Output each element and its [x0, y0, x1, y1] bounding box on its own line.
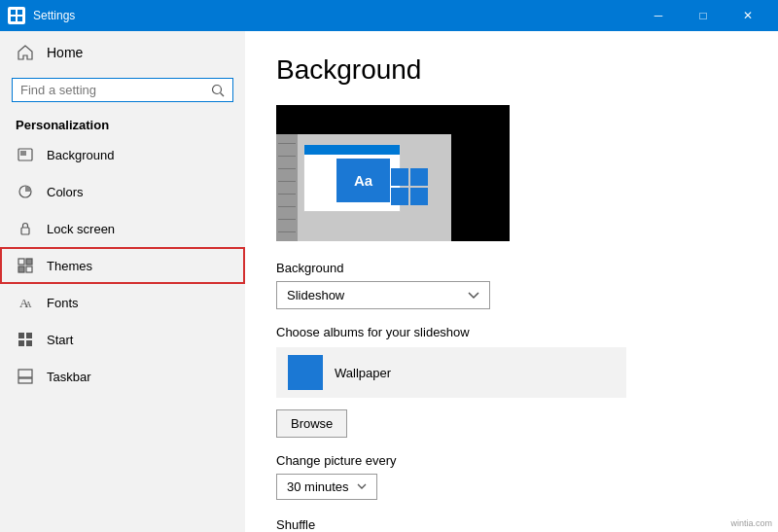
- sidebar-item-lock-screen-label: Lock screen: [47, 222, 115, 236]
- svg-rect-10: [18, 259, 24, 265]
- browse-button[interactable]: Browse: [276, 409, 347, 438]
- svg-point-4: [213, 85, 222, 93]
- preview-tiles: [391, 168, 428, 205]
- album-thumbnail: [288, 355, 323, 390]
- background-dropdown-value: Slideshow: [287, 288, 344, 302]
- titlebar: Settings ─ □ ✕: [0, 0, 778, 31]
- svg-rect-20: [18, 378, 32, 383]
- preview-aa-block: Aa: [336, 159, 390, 202]
- sidebar: Home Personalization Background: [0, 31, 245, 532]
- svg-rect-18: [18, 340, 24, 346]
- themes-icon: [16, 256, 35, 275]
- settings-app-icon: [8, 7, 25, 24]
- ruler-line-5: [278, 194, 296, 195]
- preview-ruler: [276, 134, 298, 241]
- preview-tile-2: [410, 168, 428, 186]
- ruler-line-2: [278, 156, 296, 157]
- ruler-line-1: [278, 143, 296, 144]
- home-icon: [16, 43, 35, 62]
- svg-rect-12: [18, 266, 24, 272]
- lock-icon: [16, 219, 35, 238]
- picture-every-dropdown[interactable]: 30 minutes: [276, 474, 377, 500]
- sidebar-item-colors-label: Colors: [47, 185, 84, 199]
- search-input[interactable]: [20, 83, 205, 97]
- picture-every-label: Change picture every: [276, 453, 747, 468]
- sidebar-item-lock-screen[interactable]: Lock screen: [0, 210, 245, 247]
- svg-rect-21: [18, 370, 32, 377]
- background-dropdown[interactable]: Slideshow: [276, 281, 490, 309]
- sidebar-item-taskbar-label: Taskbar: [47, 370, 91, 384]
- svg-rect-17: [26, 333, 32, 338]
- sidebar-item-background[interactable]: Background: [0, 136, 245, 173]
- album-name: Wallpaper: [335, 366, 391, 380]
- ruler-line-4: [278, 181, 296, 182]
- svg-rect-16: [18, 333, 24, 338]
- sidebar-item-fonts-label: Fonts: [47, 296, 79, 310]
- shuffle-label: Shuffle: [276, 517, 747, 532]
- content-area: Background: [245, 31, 778, 532]
- svg-rect-13: [26, 266, 32, 272]
- album-item[interactable]: Wallpaper: [276, 347, 626, 398]
- preview-desktop: Aa: [276, 134, 451, 241]
- svg-rect-9: [21, 228, 29, 234]
- preview-tile-1: [391, 168, 408, 186]
- titlebar-left: Settings: [8, 7, 75, 24]
- background-field-label: Background: [276, 261, 747, 275]
- svg-rect-2: [11, 17, 16, 21]
- page-title: Background: [276, 54, 747, 86]
- maximize-button[interactable]: □: [681, 0, 725, 31]
- taskbar-icon: [16, 367, 35, 386]
- search-box[interactable]: [12, 78, 233, 102]
- home-label: Home: [47, 45, 83, 60]
- sidebar-item-start-label: Start: [47, 333, 73, 347]
- background-icon: [16, 145, 35, 164]
- svg-line-5: [221, 92, 225, 96]
- search-icon: [211, 84, 225, 97]
- albums-label: Choose albums for your slideshow: [276, 325, 747, 339]
- svg-rect-0: [11, 10, 16, 15]
- svg-text:A: A: [25, 300, 32, 309]
- background-preview: Aa: [276, 105, 510, 241]
- preview-tile-3: [391, 188, 408, 205]
- ruler-line-3: [278, 168, 296, 169]
- close-button[interactable]: ✕: [725, 0, 770, 31]
- sidebar-item-themes[interactable]: Themes: [0, 247, 245, 284]
- svg-rect-1: [18, 10, 22, 15]
- titlebar-title: Settings: [33, 9, 75, 22]
- sidebar-item-start[interactable]: Start: [0, 321, 245, 358]
- ruler-line-8: [278, 231, 296, 232]
- svg-rect-7: [20, 151, 26, 156]
- colors-icon: [16, 182, 35, 201]
- sidebar-item-home[interactable]: Home: [0, 31, 245, 74]
- sidebar-item-themes-label: Themes: [47, 259, 92, 273]
- start-icon: [16, 330, 35, 349]
- main-layout: Home Personalization Background: [0, 31, 778, 532]
- ruler-line-6: [278, 206, 296, 207]
- svg-rect-19: [26, 340, 32, 346]
- picture-every-value: 30 minutes: [287, 479, 349, 494]
- sidebar-item-colors[interactable]: Colors: [0, 173, 245, 210]
- sidebar-section-title: Personalization: [0, 110, 245, 136]
- sidebar-item-fonts[interactable]: A A Fonts: [0, 284, 245, 321]
- sidebar-item-background-label: Background: [47, 148, 114, 162]
- svg-rect-11: [26, 259, 32, 265]
- fonts-icon: A A: [16, 293, 35, 312]
- dropdown-chevron-icon: [468, 292, 479, 300]
- preview-tile-4: [410, 188, 428, 205]
- svg-rect-3: [18, 17, 22, 21]
- small-dropdown-chevron-icon: [357, 483, 367, 490]
- minimize-button[interactable]: ─: [636, 0, 681, 31]
- preview-window-titlebar: [304, 145, 400, 155]
- sidebar-item-taskbar[interactable]: Taskbar: [0, 358, 245, 395]
- titlebar-controls: ─ □ ✕: [636, 0, 770, 31]
- ruler-line-7: [278, 219, 296, 220]
